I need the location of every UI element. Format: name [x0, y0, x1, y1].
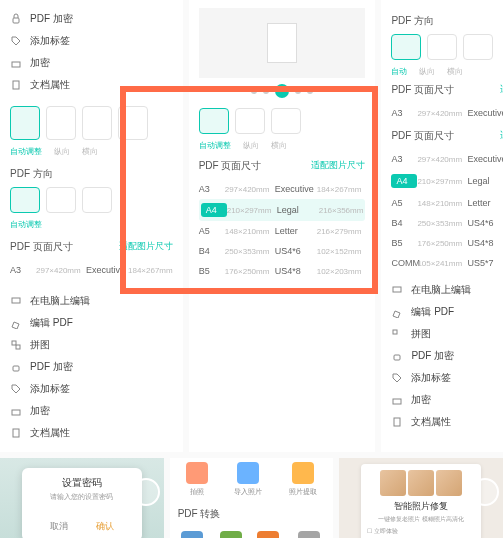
- size-row[interactable]: B5176×250mmUS4*8102×203mm: [199, 261, 366, 281]
- svg-rect-3: [12, 298, 20, 303]
- doc-icon: [391, 416, 403, 428]
- tool-item[interactable]: 照片提取: [289, 462, 317, 497]
- pagination-dots[interactable]: [199, 84, 366, 98]
- svg-rect-2: [13, 81, 19, 89]
- lock-icon: [10, 13, 22, 25]
- fit-image-link[interactable]: 适配图片尺寸: [311, 159, 365, 173]
- menu-pdf-encrypt2[interactable]: PDF 加密: [10, 356, 173, 378]
- view-chip[interactable]: [271, 108, 301, 134]
- tab[interactable]: 纵向: [243, 140, 259, 151]
- size-row[interactable]: A3297×420mmExecutive184×267mm: [199, 179, 366, 199]
- size-row[interactable]: B4250×353mmUS4*6102×152mm: [391, 213, 503, 233]
- confirm-button[interactable]: 确认: [96, 520, 114, 533]
- size-row[interactable]: A3 297×420mm Executive 184×267mm: [10, 260, 173, 280]
- puzzle-icon: [10, 339, 22, 351]
- view-chip[interactable]: [199, 108, 229, 134]
- lock-icon: [10, 361, 22, 373]
- layout-chip[interactable]: [82, 106, 112, 140]
- size-row[interactable]: B4250×353mmUS4*6102×152mm: [199, 241, 366, 261]
- cancel-button[interactable]: 取消: [50, 520, 68, 533]
- tool-item[interactable]: 转表格: [220, 531, 242, 538]
- svg-rect-9: [393, 287, 401, 292]
- menu-puzzle[interactable]: 拼图: [10, 334, 173, 356]
- direction-title: PDF 方向: [391, 14, 434, 28]
- tool-icon: [181, 531, 203, 538]
- tab-auto[interactable]: 自动调整: [10, 146, 42, 157]
- page-preview: [199, 8, 366, 78]
- tool-icon: [257, 531, 279, 538]
- circle-overlay: [471, 478, 499, 506]
- dir-chip[interactable]: [463, 34, 493, 60]
- view-chip[interactable]: [235, 108, 265, 134]
- menu-pdf-encrypt[interactable]: PDF 加密: [391, 345, 503, 367]
- page-size-title2: PDF 页面尺寸: [391, 129, 454, 143]
- fix-title: 智能照片修复: [367, 500, 475, 513]
- dir-chip[interactable]: [391, 34, 421, 60]
- fix-subtitle: 一键修复老照片 模糊照片高清化: [367, 515, 475, 524]
- dir-chip[interactable]: [82, 187, 112, 213]
- size-row[interactable]: COMM105×241mmUS5*7127×178mm: [391, 253, 503, 273]
- menu-edit-pdf[interactable]: 编辑 PDF: [10, 312, 173, 334]
- dialog-title: 设置密码: [36, 476, 128, 490]
- size-row[interactable]: A5148×210mmLetter216×279mm: [199, 221, 366, 241]
- lock2-icon: [391, 394, 403, 406]
- menu-add-tag[interactable]: 添加标签: [391, 367, 503, 389]
- tool-icon: [220, 531, 242, 538]
- menu-puzzle[interactable]: 拼图: [391, 323, 503, 345]
- menu-pdf-encrypt[interactable]: PDF 加密: [10, 8, 173, 30]
- menu-add-tag2[interactable]: 添加标签: [10, 378, 173, 400]
- tab-portrait[interactable]: 纵向: [54, 146, 70, 157]
- svg-rect-6: [13, 366, 19, 371]
- menu-edit-desktop[interactable]: 在电脑上编辑: [391, 279, 503, 301]
- svg-rect-8: [13, 429, 19, 437]
- dialog-subtitle: 请输入您的设置密码: [36, 492, 128, 502]
- size-row[interactable]: A3 297×420mm Executive 184×267mm: [391, 103, 503, 123]
- menu-encrypt[interactable]: 加密: [10, 52, 173, 74]
- tab[interactable]: 纵向: [419, 66, 435, 77]
- menu-add-tag[interactable]: 添加标签: [10, 30, 173, 52]
- menu-edit-desktop[interactable]: 在电脑上编辑: [10, 290, 173, 312]
- fix-checkbox[interactable]: ☐ 立即体验: [367, 527, 475, 536]
- tab-landscape[interactable]: 横向: [82, 146, 98, 157]
- tab[interactable]: 自动调整: [199, 140, 231, 151]
- tool-item[interactable]: 转Word: [180, 531, 204, 538]
- tool-icon: [186, 462, 208, 484]
- size-row[interactable]: A5148×210mmLetter216×279mm: [391, 193, 503, 213]
- tool-item[interactable]: 拍照: [186, 462, 208, 497]
- photo-preview: [367, 470, 475, 496]
- fit-image-link[interactable]: 适配图片尺寸: [119, 240, 173, 254]
- tool-item[interactable]: 转PPT: [257, 531, 279, 538]
- layout-chip[interactable]: [118, 106, 148, 140]
- tab[interactable]: 横向: [271, 140, 287, 151]
- dir-chip[interactable]: [10, 187, 40, 213]
- photo-fix-card: 智能照片修复 一键修复老照片 模糊照片高清化 ☐ 立即体验 开始修复: [339, 458, 503, 538]
- lock-icon: [391, 350, 403, 362]
- size-row[interactable]: A4210×297mmLegal216×356mm: [391, 169, 503, 193]
- tab[interactable]: 自动调整: [10, 219, 42, 230]
- tool-item[interactable]: 更多选项: [295, 531, 323, 538]
- layout-chip[interactable]: [10, 106, 40, 140]
- menu-doc-props[interactable]: 文档属性: [391, 411, 503, 433]
- menu-doc-props2[interactable]: 文档属性: [10, 422, 173, 444]
- password-card: 设置密码 请输入您的设置密码 取消 确认: [0, 458, 164, 538]
- tool-item[interactable]: 导入照片: [234, 462, 262, 497]
- dir-chip[interactable]: [46, 187, 76, 213]
- page-size-title: PDF 页面尺寸: [199, 159, 262, 173]
- size-row[interactable]: A3297×420mmExecutive184×267mm: [391, 149, 503, 169]
- svg-rect-1: [12, 62, 20, 67]
- tab[interactable]: 自动: [391, 66, 407, 77]
- menu-doc-props[interactable]: 文档属性: [10, 74, 173, 96]
- size-row[interactable]: A4210×297mmLegal216×356mm: [199, 199, 366, 221]
- tag-icon: [10, 383, 22, 395]
- tab[interactable]: 横向: [447, 66, 463, 77]
- layout-chip[interactable]: [46, 106, 76, 140]
- menu-encrypt[interactable]: 加密: [391, 389, 503, 411]
- puzzle-icon: [391, 328, 403, 340]
- dir-chip[interactable]: [427, 34, 457, 60]
- pdfedit-icon: [10, 317, 22, 329]
- menu-encrypt2[interactable]: 加密: [10, 400, 173, 422]
- size-row[interactable]: B5176×250mmUS4*8102×203mm: [391, 233, 503, 253]
- svg-rect-4: [12, 341, 16, 345]
- svg-rect-5: [16, 345, 20, 349]
- menu-edit-pdf[interactable]: 编辑 PDF: [391, 301, 503, 323]
